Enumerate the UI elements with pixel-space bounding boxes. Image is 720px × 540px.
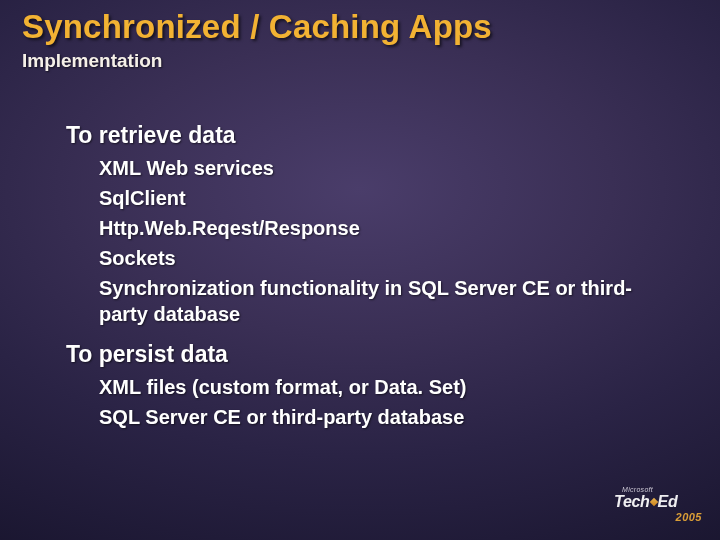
slide-content: To retrieve data XML Web services SqlCli…	[40, 108, 690, 434]
diamond-bullet-icon	[40, 132, 50, 142]
diamond-bullet-icon	[74, 284, 83, 293]
heading-text: To retrieve data	[66, 122, 236, 148]
diamond-bullet-icon	[74, 254, 83, 263]
slide-title: Synchronized / Caching Apps	[22, 8, 492, 46]
item-text: SqlClient	[99, 187, 186, 209]
logo-vendor: Microsoft	[614, 486, 704, 493]
diamond-bullet-icon	[74, 224, 83, 233]
teched-logo: Microsoft TechEd 2005	[614, 486, 704, 528]
diamond-bullet-icon	[74, 413, 83, 422]
diamond-bullet-icon	[74, 194, 83, 203]
diamond-icon	[649, 498, 657, 506]
list-item: XML files (custom format, or Data. Set)	[74, 374, 659, 400]
item-text: Synchronization functionality in SQL Ser…	[99, 277, 632, 325]
logo-brand-b: Ed	[658, 493, 678, 510]
section-heading: To retrieve data	[40, 122, 690, 149]
list-item: SqlClient	[74, 185, 659, 211]
list-item: Http.Web.Reqest/Response	[74, 215, 659, 241]
heading-text: To persist data	[66, 341, 228, 367]
slide: Synchronized / Caching Apps Implementati…	[0, 0, 720, 540]
logo-year: 2005	[614, 511, 704, 523]
diamond-bullet-icon	[74, 383, 83, 392]
diamond-bullet-icon	[40, 351, 50, 361]
item-text: XML Web services	[99, 157, 274, 179]
diamond-bullet-icon	[74, 164, 83, 173]
item-text: Sockets	[99, 247, 176, 269]
slide-subtitle: Implementation	[22, 50, 162, 72]
list-item: SQL Server CE or third-party database	[74, 404, 659, 430]
item-text: XML files (custom format, or Data. Set)	[99, 376, 466, 398]
logo-brand: TechEd	[614, 494, 704, 510]
list-item: Sockets	[74, 245, 659, 271]
list-item: XML Web services	[74, 155, 659, 181]
item-text: SQL Server CE or third-party database	[99, 406, 464, 428]
logo-brand-a: Tech	[614, 494, 650, 510]
section-heading: To persist data	[40, 341, 690, 368]
list-item: Synchronization functionality in SQL Ser…	[74, 275, 659, 327]
item-text: Http.Web.Reqest/Response	[99, 217, 360, 239]
